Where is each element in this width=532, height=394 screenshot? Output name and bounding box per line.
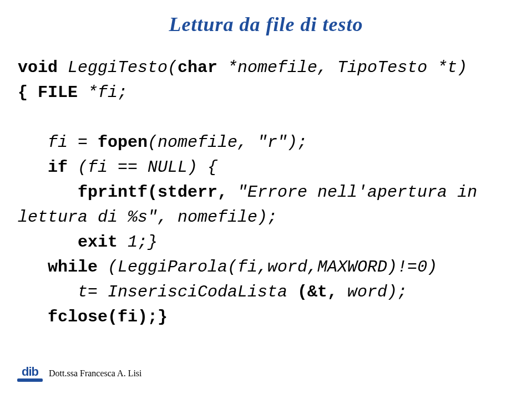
author-name: Dott.ssa Francesca A. Lisi (49, 369, 142, 378)
code-it: t= InserisciCodaLista (18, 283, 297, 301)
footer: dib Dott.ssa Francesca A. Lisi (17, 363, 142, 384)
code-it: LeggiTesto( (58, 58, 178, 77)
code-it: *fi; (78, 83, 128, 102)
code-block: void LeggiTesto(char *nomefile, TipoTest… (18, 55, 487, 330)
code-kw: fopen (98, 133, 148, 152)
code-kw: while (18, 258, 98, 277)
logo-underline (17, 378, 43, 382)
code-it: lettura di %s", nomefile); (18, 208, 277, 227)
code-it: fi = (18, 133, 98, 152)
code-it: (fi == NULL) { (68, 158, 217, 177)
code-kw: char (178, 58, 217, 77)
code-kw: if (18, 158, 68, 177)
code-kw: void (18, 58, 58, 77)
code-kw: { FILE (18, 83, 78, 102)
code-it: (nomefile, "r"); (148, 133, 307, 152)
code-it: word); (337, 283, 407, 301)
code-kw: exit (18, 233, 118, 252)
code-it: "Errore nell'apertura in (227, 183, 487, 202)
code-kw: fprintf(stderr, (18, 183, 227, 202)
logo-text: dib (22, 366, 38, 378)
code-kw: (&t, (297, 283, 337, 301)
code-it: 1;} (118, 233, 158, 252)
code-kw: fclose(fi);} (18, 308, 168, 326)
slide-title: Lettura da file di testo (0, 13, 532, 36)
code-it: *nomefile, TipoTesto *t) (217, 58, 467, 77)
code-it: (LeggiParola(fi,word,MAXWORD)!=0) (98, 258, 437, 277)
logo: dib (17, 363, 43, 384)
